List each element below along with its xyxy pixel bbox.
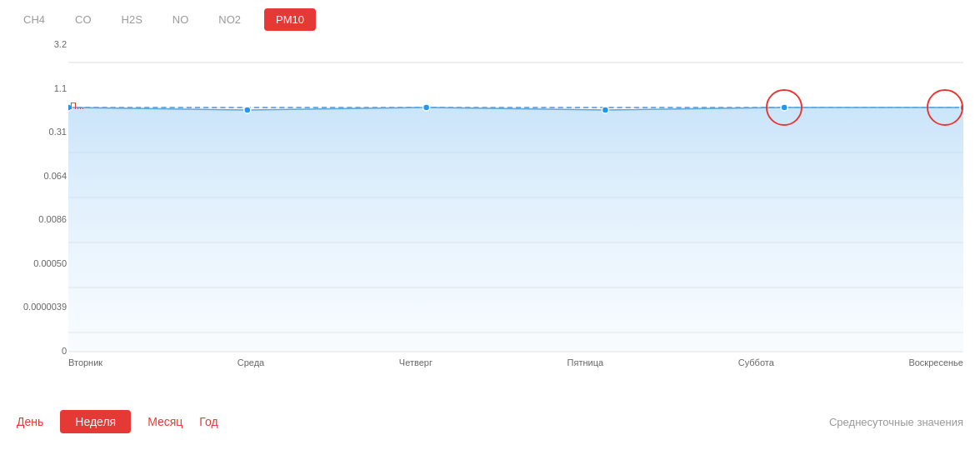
y-label-6: 0.0000039 xyxy=(23,302,67,312)
y-label-5: 0.00050 xyxy=(33,258,67,268)
svg-marker-9 xyxy=(68,108,963,352)
avg-label: Среднесуточные значения xyxy=(829,416,963,428)
chart-svg xyxy=(68,39,963,356)
x-label-sunday: Воскресенье xyxy=(908,358,963,368)
x-label-wednesday: Среда xyxy=(238,358,264,368)
tab-h2s[interactable]: H2S xyxy=(115,10,149,29)
period-tab-day[interactable]: День xyxy=(17,415,43,428)
x-axis: Вторник Среда Четверг Пятница Суббота Во… xyxy=(68,358,963,368)
y-label-4: 0.0086 xyxy=(38,214,67,224)
svg-point-12 xyxy=(423,104,430,111)
period-tab-week[interactable]: Неделя xyxy=(60,410,131,433)
y-label-0: 3.2 xyxy=(54,39,67,49)
tab-pm10[interactable]: PM10 xyxy=(264,8,316,31)
tab-no2[interactable]: NO2 xyxy=(212,10,248,29)
x-label-tuesday: Вторник xyxy=(68,358,102,368)
period-tab-month[interactable]: Месяц xyxy=(148,415,182,428)
y-label-7: 0 xyxy=(62,346,67,356)
period-tabs: День Неделя Месяц Год xyxy=(17,410,218,433)
x-label-saturday: Суббота xyxy=(738,358,774,368)
x-label-thursday: Четверг xyxy=(399,358,432,368)
svg-point-13 xyxy=(602,107,608,113)
y-axis: 3.2 1.1 0.31 0.064 0.0086 0.00050 0.0000… xyxy=(8,39,67,356)
svg-point-15 xyxy=(960,104,963,111)
svg-point-14 xyxy=(781,104,788,111)
y-label-1: 1.1 xyxy=(54,83,67,93)
tab-no[interactable]: NO xyxy=(166,10,196,29)
chart-area: П... xyxy=(68,39,963,356)
period-tab-year[interactable]: Год xyxy=(199,415,218,428)
bottom-bar: День Неделя Месяц Год Среднесуточные зна… xyxy=(0,402,980,442)
x-label-friday: Пятница xyxy=(568,358,604,368)
pollutant-tabs: CH4 CO H2S NO NO2 PM10 xyxy=(0,0,980,39)
svg-point-11 xyxy=(244,107,251,113)
pdk-label: П... xyxy=(70,101,84,111)
y-label-3: 0.064 xyxy=(43,171,67,181)
tab-ch4[interactable]: CH4 xyxy=(17,10,52,29)
tab-co[interactable]: CO xyxy=(68,10,98,29)
y-label-2: 0.31 xyxy=(49,127,67,137)
